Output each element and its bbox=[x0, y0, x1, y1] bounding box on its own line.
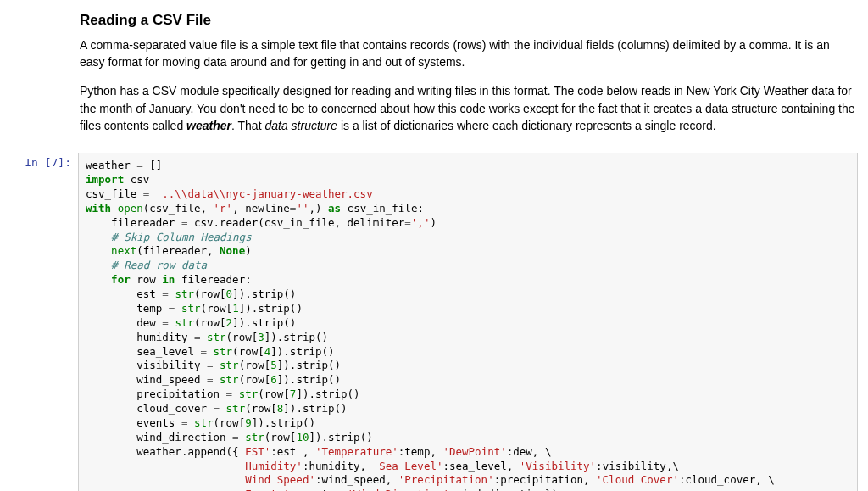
code-token-n: ]).strip() bbox=[309, 431, 372, 444]
heading-csv: Reading a CSV File bbox=[80, 10, 856, 31]
para-2-e: is a list of dictionaries where each dic… bbox=[337, 119, 716, 132]
code-token-n: ) bbox=[245, 244, 252, 257]
code-token-n bbox=[86, 488, 239, 491]
code-token-s: 'Wind Direction' bbox=[348, 488, 449, 491]
code-token-n: :precipitation, bbox=[494, 473, 596, 486]
code-token-n: est bbox=[86, 287, 162, 300]
code-token-n: :cloud_cover, \ bbox=[679, 473, 775, 486]
code-token-n: events bbox=[86, 416, 181, 429]
markdown-body: Reading a CSV File A comma-separated val… bbox=[78, 3, 858, 146]
code-token-c: # Read row data bbox=[111, 259, 207, 271]
code-token-c: # Skip Column Headings bbox=[111, 231, 252, 243]
code-token-n: csv_file bbox=[86, 187, 143, 200]
code-token-n: (row[ bbox=[200, 302, 232, 315]
code-token-n: ]).strip() bbox=[270, 345, 334, 358]
code-token-op: = bbox=[226, 388, 233, 400]
markdown-prompt bbox=[0, 3, 78, 146]
code-token-n bbox=[175, 302, 181, 315]
code-token-num: 10 bbox=[296, 431, 309, 444]
code-token-n: dew bbox=[86, 316, 162, 329]
code-token-s: '..\\data\\nyc-january-weather.csv' bbox=[156, 187, 379, 200]
code-token-n: sea_level bbox=[86, 345, 200, 358]
code-token-n: filereader: bbox=[175, 273, 251, 286]
code-token-n bbox=[86, 273, 111, 286]
code-token-nb: str bbox=[220, 359, 239, 371]
code-token-n bbox=[232, 388, 239, 400]
code-token-nb: str bbox=[175, 316, 194, 329]
code-token-s: 'Humidity' bbox=[239, 460, 303, 472]
code-token-n: ) bbox=[430, 216, 437, 229]
code-token-op: = bbox=[207, 373, 214, 386]
code-token-s: 'r' bbox=[214, 202, 233, 215]
code-token-n: (row[ bbox=[245, 402, 277, 415]
code-token-k: import bbox=[86, 173, 124, 186]
code-token-n: ]).strip() bbox=[232, 316, 296, 329]
code-token-n: , newline bbox=[232, 202, 290, 215]
para-2-ital: data structure bbox=[264, 119, 337, 132]
code-token-n: weather bbox=[86, 159, 136, 171]
code-token-n: filereader bbox=[86, 216, 181, 229]
code-token-n: :humidity, bbox=[303, 460, 373, 472]
code-token-op: = bbox=[207, 359, 214, 371]
code-token-nb: str bbox=[245, 431, 264, 444]
code-token-n bbox=[200, 331, 207, 343]
code-token-n: csv bbox=[124, 173, 149, 186]
code-token-n: :temp, bbox=[398, 445, 443, 458]
code-token-nb: str bbox=[175, 287, 194, 300]
code-token-s: 'DewPoint' bbox=[442, 445, 506, 458]
code-area[interactable]: weather = [] import csv csv_file = '..\\… bbox=[78, 153, 858, 491]
code-token-num: 9 bbox=[245, 416, 252, 429]
code-token-op: = bbox=[200, 345, 207, 358]
markdown-cell: Reading a CSV File A comma-separated val… bbox=[0, 0, 868, 149]
code-token-n: (csv_file, bbox=[143, 202, 214, 215]
code-token-n bbox=[220, 402, 226, 415]
code-token-s: 'Temperature' bbox=[315, 445, 398, 458]
code-token-nb: str bbox=[214, 345, 233, 358]
code-token-k: with bbox=[86, 202, 111, 215]
code-token-n: (row[ bbox=[194, 287, 226, 300]
code-token-nb: str bbox=[239, 388, 259, 400]
code-token-n: ]).strip() bbox=[283, 402, 347, 415]
code-token-op: = bbox=[136, 159, 143, 171]
code-token-n: (row[ bbox=[239, 359, 271, 371]
code-token-n: ]).strip() bbox=[252, 416, 315, 429]
input-prompt: In [7]: bbox=[0, 153, 78, 491]
code-token-n bbox=[86, 244, 111, 257]
code-token-kc: None bbox=[220, 244, 245, 257]
code-token-n bbox=[214, 373, 220, 386]
code-token-s: 'EST' bbox=[239, 445, 271, 458]
code-token-k: as bbox=[328, 202, 341, 215]
code-token-n: precipitation bbox=[86, 388, 226, 400]
code-token-n: [] bbox=[143, 159, 163, 171]
code-token-op: = bbox=[162, 287, 169, 300]
code-token-nb: str bbox=[220, 373, 239, 386]
code-token-num: 6 bbox=[270, 373, 277, 386]
code-token-n: ,) bbox=[309, 202, 328, 215]
code-token-nb: str bbox=[226, 402, 246, 415]
code-token-n: ]).strip() bbox=[239, 302, 303, 315]
code-token-n bbox=[111, 202, 118, 215]
code-token-n bbox=[207, 345, 214, 358]
code-token-n: (row[ bbox=[194, 316, 226, 329]
code-token-nb: next bbox=[111, 244, 136, 257]
code-token-n: (row[ bbox=[239, 373, 271, 386]
code-token-n: visibility bbox=[86, 359, 207, 371]
code-token-s: '' bbox=[296, 202, 309, 215]
code-token-num: 1 bbox=[232, 302, 239, 315]
code-token-n: wind_speed bbox=[86, 373, 207, 386]
code-token-s: 'Wind Speed' bbox=[239, 473, 315, 486]
code-token-n: :wind_speed, bbox=[315, 473, 398, 486]
code-token-nb: str bbox=[181, 302, 201, 315]
code-token-s: 'Visibility' bbox=[520, 460, 596, 472]
code-body: weather = [] import csv csv_file = '..\\… bbox=[78, 153, 858, 491]
notebook-container: Reading a CSV File A comma-separated val… bbox=[0, 0, 868, 491]
code-token-op: = bbox=[162, 316, 169, 329]
code-token-n: (row[ bbox=[214, 416, 246, 429]
para-2-bold: weather bbox=[186, 119, 231, 132]
code-token-n: ]).strip() bbox=[296, 388, 359, 400]
code-token-n: :dew, \ bbox=[507, 445, 552, 458]
code-token-n: ]).strip() bbox=[232, 287, 296, 300]
code-token-n bbox=[214, 359, 220, 371]
code-token-n bbox=[86, 460, 239, 472]
code-token-n: :wind_direction}) bbox=[449, 488, 558, 491]
